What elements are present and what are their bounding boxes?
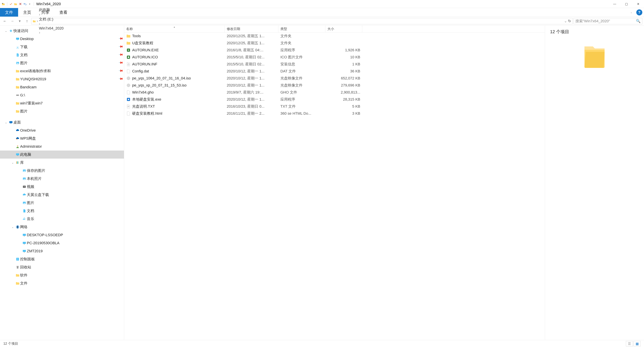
lib-music-icon [22,217,27,221]
nav-label: 网络 [20,224,124,230]
status-bar: 12 个项目 ☰ ▦ [0,340,644,347]
nav-item[interactable]: G:\ [0,91,124,99]
nav-item[interactable]: 音乐 [0,215,124,223]
nav-item[interactable]: 图片📌 [0,59,124,67]
minimize-button[interactable]: — [609,0,620,8]
qat-dropdown-icon[interactable]: ▾ [28,2,31,6]
file-size: 3 KB [325,111,362,116]
svg-point-27 [17,259,18,259]
nav-up-button[interactable]: ↑ [24,18,30,24]
file-name: Tools [132,34,141,38]
nav-item[interactable]: 控制面板 [0,255,124,263]
nav-item[interactable]: DESKTOP-LSSOEDP [0,231,124,239]
svg-point-39 [128,85,129,86]
nav-item[interactable]: OneDrive [0,126,124,134]
chevron-right-icon[interactable]: › [37,19,38,23]
nav-item[interactable]: 文档 [0,207,124,215]
ribbon-collapse-button[interactable]: ⌄ [628,8,634,16]
nav-forward-button[interactable]: → [9,18,16,24]
file-row[interactable]: Tools2020/12/25, 星期五 1...文件夹 [124,32,545,39]
nav-item[interactable]: Administrator [0,142,124,151]
nav-item[interactable]: excel表格制作求和📌 [0,67,124,75]
tab-home[interactable]: 主页 [18,8,36,16]
file-row[interactable]: 本地硬盘安装.exe2020/10/12, 星期一 1...应用程序28,315… [124,96,545,103]
nav-item[interactable]: ⌄库 [0,159,124,167]
status-text: 12 个项目 [3,341,18,346]
nav-item[interactable]: Desktop📌 [0,35,124,43]
file-row[interactable]: AUTORUN.INF2015/5/10, 星期日 02...安装信息1 KB [124,61,545,68]
nav-item[interactable]: 回收站 [0,263,124,271]
file-date: 2019/9/7, 星期六 19:... [225,90,278,95]
file-row[interactable]: U盘安装教程2020/12/25, 星期五 1...文件夹 [124,39,545,47]
qat-folder-icon[interactable] [14,2,17,6]
column-date[interactable]: 修改日期 [225,25,278,32]
qat-undo-icon[interactable] [23,2,27,6]
nav-item[interactable]: 下载📌 [0,43,124,51]
expand-icon[interactable]: ⌄ [3,121,8,124]
nav-item[interactable]: 图片 [0,199,124,207]
nav-item[interactable]: 此电脑 [0,151,124,159]
nav-item[interactable]: 视频 [0,183,124,191]
nav-label: ZMT2019 [27,249,124,253]
expand-icon[interactable]: ⌄ [3,29,8,32]
maximize-button[interactable]: ▢ [620,0,632,8]
chevron-right-icon[interactable]: › [39,22,40,26]
qat-close-icon[interactable]: ✕ [18,2,22,6]
file-type: 光盘映像文件 [278,83,325,88]
file-row[interactable]: pe_yqs_xp_20_07_31_15_53.iso2020/10/12, … [124,82,545,89]
nav-label: 视频 [27,184,124,189]
nav-item[interactable]: WPS网盘 [0,134,124,142]
file-row[interactable]: AUTORUN.ICO2015/5/10, 星期日 02...ICO 图片文件1… [124,54,545,61]
close-button[interactable]: ✕ [632,0,644,8]
pictures-icon [15,61,20,65]
nav-root[interactable]: ⌄桌面 [0,118,124,126]
nav-item[interactable]: PC-20190530OBLA [0,239,124,247]
nav-item[interactable]: 文件 [0,279,124,287]
refresh-button[interactable]: ↻ [568,19,571,23]
view-details-button[interactable]: ☰ [626,341,633,346]
file-row[interactable]: 光盘说明.TXT2016/10/23, 星期日 0...TXT 文件5 KB [124,103,545,110]
nav-item[interactable]: YUNQISHI2019📌 [0,75,124,83]
file-row[interactable]: Win7x64.gho2019/9/7, 星期六 19:...GHO 文件2,9… [124,89,545,96]
column-name[interactable]: ▲名称 [124,25,225,32]
file-row[interactable]: AUTORUN.EXE2016/1/8, 星期五 04:...应用程序1,926… [124,47,545,54]
nav-item[interactable]: 本机照片 [0,175,124,183]
nav-label: Administrator [20,144,124,149]
nav-item[interactable]: 文档📌 [0,51,124,59]
help-button[interactable]: ? [636,9,642,15]
nav-root[interactable]: ⌄快速访问 [0,27,124,35]
nav-recent-button[interactable]: ▾ [16,18,23,24]
file-row[interactable]: pe_yqs_1064_20_07_31_16_04.iso2020/10/12… [124,75,545,82]
nav-item[interactable]: 图片 [0,107,124,115]
file-row[interactable]: 硬盘安装教程.html2016/11/21, 星期一 2...360 se HT… [124,110,545,117]
breadcrumb-bar[interactable]: › 此电脑 › 文档 (E:) › Win7x64_2020 › ⌄ ↻ [31,18,572,24]
file-name: 本地硬盘安装.exe [132,97,161,102]
navigation-tree[interactable]: ⌄快速访问Desktop📌下载📌文档📌图片📌excel表格制作求和📌YUNQIS… [0,25,124,340]
breadcrumb-item[interactable]: 此电脑 [39,7,64,12]
nav-item[interactable]: ⌄网络 [0,223,124,231]
nav-label: 天翼云盘下载 [27,192,124,197]
file-row[interactable]: Config.dat2020/10/12, 星期一 1...DAT 文件36 K… [124,68,545,75]
nav-item[interactable]: ZMT2019 [0,247,124,255]
nav-item[interactable]: win7重装win7 [0,99,124,107]
expand-icon[interactable]: ⌄ [10,161,15,164]
folder-icon [15,274,20,277]
file-size: 2,900,813... [325,90,362,94]
column-size[interactable]: 大小 [325,25,362,32]
nav-back-button[interactable]: ← [2,18,8,24]
expand-icon[interactable]: ⌄ [10,226,15,229]
pin-icon: 📌 [118,52,124,58]
addr-dropdown-icon[interactable]: ⌄ [564,19,567,23]
onedrive-icon [15,129,20,132]
view-icons-button[interactable]: ▦ [634,341,641,346]
nav-item[interactable]: 保存的图片 [0,167,124,175]
nav-item[interactable]: 天翼云盘下载 [0,191,124,199]
search-input[interactable]: 搜索"Win7x64_2020" 🔍 [574,18,642,24]
nav-item[interactable]: 软件 [0,271,124,279]
tab-file[interactable]: 文件 [0,8,18,16]
breadcrumb-item[interactable]: 文档 (E:) [39,17,64,22]
column-type[interactable]: 类型 [278,25,325,32]
nav-item[interactable]: Bandicam [0,83,124,91]
chevron-right-icon[interactable]: › [39,12,40,16]
qat-check-icon[interactable] [9,2,12,6]
